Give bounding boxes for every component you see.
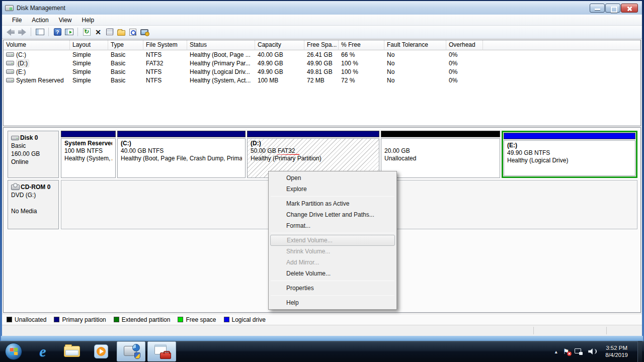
col-layout[interactable]: Layout — [70, 40, 108, 50]
show-hidden-icons-icon[interactable]: ▴ — [555, 349, 557, 354]
clock-time: 3:52 PM — [605, 344, 628, 351]
col-fault-tolerance[interactable]: Fault Tolerance — [384, 40, 446, 50]
table-row-d[interactable]: (D:) Simple Basic FAT32 Healthy (Primary… — [4, 59, 640, 67]
menu-separator — [271, 233, 394, 233]
partition-c[interactable]: (C:) 40.00 GB NTFS Healthy (Boot, Page F… — [117, 131, 246, 178]
status-bar — [2, 325, 642, 336]
refresh-icon[interactable] — [83, 28, 91, 36]
start-button[interactable] — [5, 343, 22, 360]
toolbar — [2, 26, 642, 39]
action-center-icon[interactable]: ⚑✕ — [563, 348, 570, 355]
col-file-system[interactable]: File System — [143, 40, 187, 50]
show-desktop-button[interactable] — [637, 341, 642, 362]
menu-action[interactable]: Action — [27, 15, 53, 25]
action-center-alert-badge: ✕ — [567, 351, 572, 356]
partition-context-menu: Open Explore Mark Partition as Active Ch… — [268, 171, 397, 310]
clock-date: 8/4/2019 — [605, 351, 628, 358]
red-underline-annotation: FAT32 — [278, 147, 295, 154]
window-title: Disk Management — [17, 5, 65, 12]
forward-icon[interactable] — [18, 28, 27, 36]
partition-e-logical[interactable]: (E:) 49.90 GB NTFS Healthy (Logical Driv… — [502, 131, 637, 178]
primary-partition-bar — [117, 131, 246, 137]
disk0-status: Online — [11, 158, 57, 166]
toolbar-separator — [31, 28, 31, 36]
menu-item-delete-volume[interactable]: Delete Volume... — [270, 268, 395, 279]
windows-logo-icon — [10, 348, 18, 355]
table-row-system-reserved[interactable]: System Reserved Simple Basic NTFS Health… — [4, 76, 640, 84]
disk0-size: 160.00 GB — [11, 150, 57, 158]
col-status[interactable]: Status — [187, 40, 255, 50]
unallocated-space[interactable]: 20.00 GB Unallocated — [381, 131, 500, 178]
legend-swatch-unallocated — [7, 317, 12, 322]
unallocated-bar — [381, 131, 500, 137]
menu-item-add-mirror[interactable]: Add Mirror... — [270, 257, 395, 268]
volume-icon — [6, 69, 14, 74]
table-row-c[interactable]: (C:) Simple Basic NTFS Healthy (Boot, Pa… — [4, 50, 640, 59]
menu-help[interactable]: Help — [77, 15, 100, 25]
legend-swatch-primary — [54, 317, 59, 322]
action-pane-icon[interactable] — [65, 29, 73, 35]
col-overhead[interactable]: Overhead — [446, 40, 483, 50]
cdrom-label-panel[interactable]: CD-ROM 0 DVD (G:) No Media — [8, 180, 59, 229]
taskbar-windows-explorer[interactable] — [57, 341, 87, 362]
cdrom-drive-letter: DVD (G:) — [11, 191, 57, 199]
menu-item-format[interactable]: Format... — [270, 220, 395, 231]
menu-file[interactable]: File — [7, 15, 27, 25]
menu-item-shrink-volume[interactable]: Shrink Volume... — [270, 246, 395, 257]
maximize-button[interactable] — [605, 4, 620, 13]
disk0-type: Basic — [11, 142, 57, 150]
col-empty — [483, 40, 640, 50]
toolbar-separator — [77, 28, 78, 36]
menu-item-explore[interactable]: Explore — [270, 184, 395, 195]
legend-swatch-extended — [114, 317, 119, 322]
volume-table-header: Volume Layout Type File System Status Ca… — [4, 40, 640, 50]
title-bar[interactable]: Disk Management — [2, 1, 642, 15]
properties-icon[interactable] — [106, 29, 113, 35]
find-icon[interactable] — [129, 29, 136, 36]
menu-item-help[interactable]: Help — [270, 297, 395, 308]
logical-drive-bar — [504, 133, 635, 139]
partition-system-reserved[interactable]: System Reserved 100 MB NTFS Healthy (Sys… — [61, 131, 116, 178]
menu-separator — [271, 281, 394, 281]
back-icon[interactable] — [6, 28, 15, 36]
toolbar-separator — [48, 28, 49, 36]
table-row-e[interactable]: (E:) Simple Basic NTFS Healthy (Logical … — [4, 67, 640, 76]
manage-computer-icon[interactable] — [140, 29, 148, 35]
disk-management-app-icon — [5, 5, 14, 11]
help-icon[interactable] — [54, 28, 61, 36]
col-pct-free[interactable]: % Free — [339, 40, 384, 50]
network-icon[interactable] — [575, 348, 583, 355]
col-type[interactable]: Type — [108, 40, 143, 50]
legend-bar: Unallocated Primary partition Extended p… — [2, 314, 642, 325]
minimize-button[interactable] — [590, 4, 605, 13]
primary-partition-bar — [61, 131, 116, 137]
col-free-space[interactable]: Free Spa... — [304, 40, 339, 50]
volume-icon — [6, 78, 14, 82]
delete-icon[interactable] — [95, 28, 102, 36]
legend-swatch-logical — [224, 317, 229, 322]
volume-icon[interactable] — [588, 348, 597, 354]
disk0-label-panel[interactable]: Disk 0 Basic 160.00 GB Online — [8, 131, 59, 178]
internet-explorer-icon: e — [39, 344, 46, 359]
close-button[interactable] — [621, 4, 638, 13]
menu-item-mark-partition-active[interactable]: Mark Partition as Active — [270, 198, 395, 209]
system-tray: ▴ ⚑✕ 3:52 PM 8/4/2019 — [555, 341, 644, 362]
taskbar-computer-management-active[interactable] — [147, 341, 176, 361]
taskbar-internet-explorer[interactable]: e — [28, 341, 57, 362]
col-capacity[interactable]: Capacity — [255, 40, 304, 50]
open-folder-icon[interactable] — [117, 30, 125, 36]
col-volume[interactable]: Volume — [4, 40, 70, 50]
taskbar-media-player[interactable] — [87, 341, 116, 362]
menu-item-properties[interactable]: Properties — [270, 283, 395, 294]
console-tree-icon[interactable] — [36, 29, 44, 35]
menu-item-open[interactable]: Open — [270, 172, 395, 184]
menu-view[interactable]: View — [54, 15, 77, 25]
menu-item-extend-volume[interactable]: Extend Volume... — [270, 235, 395, 246]
toolbox-window-icon — [154, 344, 170, 358]
disk-management-icon — [124, 345, 139, 358]
taskbar-disk-management-active[interactable] — [117, 341, 145, 361]
menu-item-change-drive-letter[interactable]: Change Drive Letter and Paths... — [270, 209, 395, 220]
cdrom-media-status: No Media — [11, 207, 57, 215]
menu-separator — [271, 295, 394, 296]
taskbar-clock[interactable]: 3:52 PM 8/4/2019 — [605, 344, 628, 358]
